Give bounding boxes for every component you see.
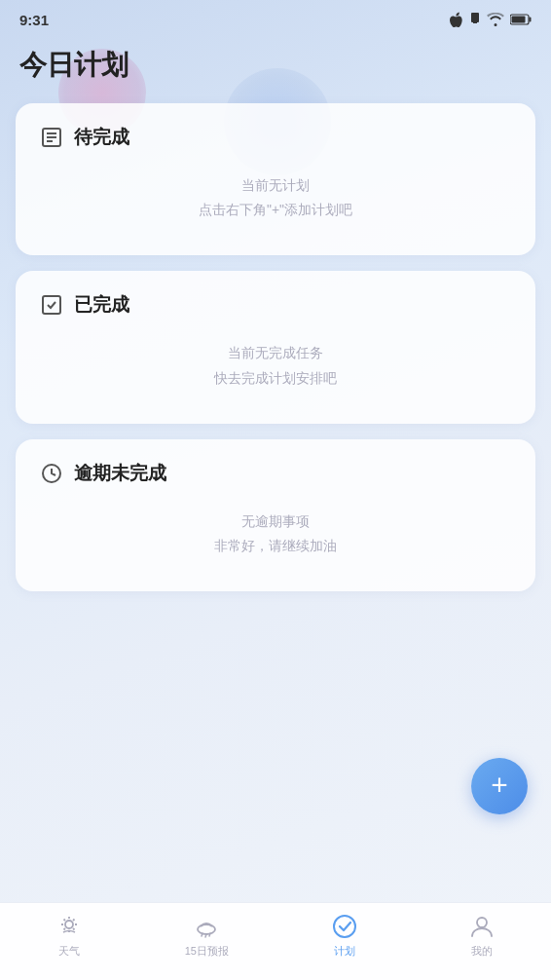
svg-rect-4 <box>512 17 526 23</box>
svg-rect-0 <box>471 13 479 22</box>
completed-empty-line2: 快去完成计划安排吧 <box>39 366 512 391</box>
pending-empty-line1: 当前无计划 <box>39 173 512 198</box>
svg-rect-9 <box>43 296 60 314</box>
completed-empty-message: 当前无完成任务 快去完成计划安排吧 <box>39 337 512 396</box>
completed-card-title: 已完成 <box>74 292 129 318</box>
battery-icon <box>510 14 532 25</box>
svg-rect-3 <box>530 18 532 22</box>
completed-card-header: 已完成 <box>39 292 512 318</box>
svg-point-20 <box>198 924 215 934</box>
weather-nav-icon <box>55 913 83 940</box>
overdue-card-header: 逾期未完成 <box>39 461 512 486</box>
svg-point-25 <box>477 918 487 927</box>
pending-card-title: 待完成 <box>74 125 129 150</box>
page-title: 今日计划 <box>16 35 535 103</box>
pending-empty-line2: 点击右下角"+"添加计划吧 <box>39 198 512 222</box>
clock-icon <box>39 461 64 486</box>
svg-line-17 <box>73 928 75 930</box>
add-plan-button[interactable]: + <box>471 758 528 814</box>
notification-icon <box>469 13 481 26</box>
wifi-icon <box>487 13 504 26</box>
completed-empty-line1: 当前无完成任务 <box>39 341 512 365</box>
nav-item-plan[interactable]: 计划 <box>276 913 414 959</box>
overdue-empty-line2: 非常好，请继续加油 <box>39 534 512 558</box>
todo-icon <box>39 125 64 150</box>
nav-item-weather[interactable]: 天气 <box>0 913 138 959</box>
svg-line-23 <box>209 933 210 936</box>
status-bar: 9:31 <box>0 0 551 35</box>
nav-item-mine[interactable]: 我的 <box>414 913 552 959</box>
apple-icon <box>448 12 463 27</box>
overdue-empty-message: 无逾期事项 非常好，请继续加油 <box>39 506 512 564</box>
plan-nav-label: 计划 <box>334 944 355 959</box>
svg-rect-1 <box>473 22 477 23</box>
overdue-card-title: 逾期未完成 <box>74 461 166 486</box>
svg-line-18 <box>73 920 75 922</box>
status-icons <box>448 12 532 27</box>
overdue-empty-line1: 无逾期事项 <box>39 509 512 534</box>
pending-empty-message: 当前无计划 点击右下角"+"添加计划吧 <box>39 170 512 228</box>
done-icon <box>39 292 64 318</box>
svg-line-19 <box>63 928 65 930</box>
main-content: 今日计划 待完成 当前无计划 点击右下角"+"添加计划吧 <box>0 35 551 902</box>
bottom-nav: 天气 15日预报 计划 <box>0 902 551 980</box>
weather-nav-label: 天气 <box>58 944 80 959</box>
svg-line-22 <box>205 934 206 937</box>
svg-point-24 <box>334 916 355 937</box>
add-icon: + <box>491 771 508 800</box>
status-time: 9:31 <box>19 12 49 28</box>
pending-card-header: 待完成 <box>39 125 512 150</box>
svg-line-16 <box>63 920 65 922</box>
plan-nav-icon <box>331 913 358 940</box>
nav-item-forecast[interactable]: 15日预报 <box>138 913 276 959</box>
svg-line-21 <box>202 933 202 936</box>
completed-card: 已完成 当前无完成任务 快去完成计划安排吧 <box>16 271 535 423</box>
mine-nav-icon <box>468 913 496 940</box>
overdue-card: 逾期未完成 无逾期事项 非常好，请继续加油 <box>16 439 535 591</box>
forecast-nav-icon <box>193 913 220 940</box>
svg-point-11 <box>65 921 73 928</box>
forecast-nav-label: 15日预报 <box>185 944 229 959</box>
pending-card: 待完成 当前无计划 点击右下角"+"添加计划吧 <box>16 103 535 255</box>
mine-nav-label: 我的 <box>471 944 493 959</box>
